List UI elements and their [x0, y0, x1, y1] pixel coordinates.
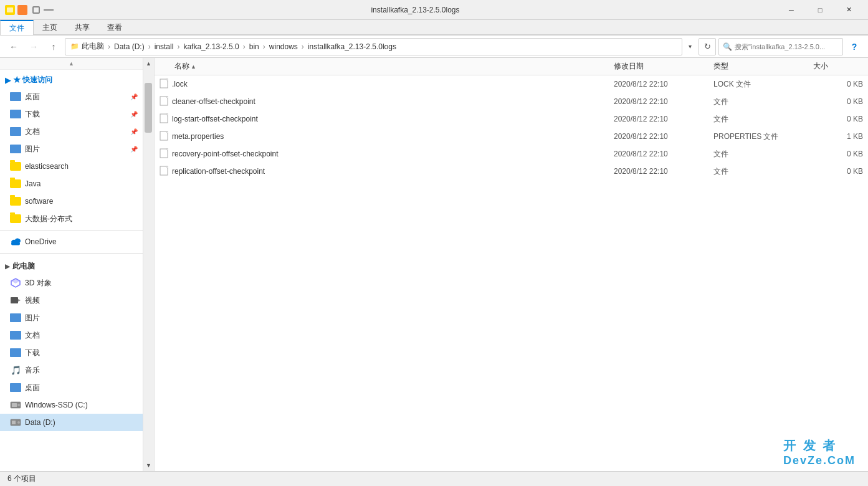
- minimize-button[interactable]: ─: [777, 0, 806, 20]
- sidebar-item-java[interactable]: Java: [0, 175, 143, 193]
- svg-marker-4: [18, 299, 21, 302]
- col-header-type[interactable]: 类型: [713, 61, 813, 72]
- breadcrumb-d[interactable]: Data (D:): [114, 42, 145, 51]
- file-row-replication[interactable]: replication-offset-checkpoint 2020/8/12 …: [155, 163, 868, 180]
- svg-rect-21: [160, 166, 168, 175]
- close-button[interactable]: ✕: [834, 0, 863, 20]
- refresh-button[interactable]: ↻: [699, 38, 716, 55]
- scroll-up-indicator[interactable]: ▲: [0, 58, 143, 70]
- svg-marker-2: [11, 279, 20, 284]
- file-row-recovery[interactable]: recovery-point-offset-checkpoint 2020/8/…: [155, 145, 868, 163]
- sidebar-divider-1: [0, 230, 143, 231]
- status-bar: 6 个项目: [0, 471, 868, 486]
- breadcrumb-install[interactable]: install: [155, 42, 174, 51]
- sidebar-item-elasticsearch[interactable]: elasticsearch: [0, 158, 143, 175]
- download-icon: [10, 108, 21, 120]
- sidebar-item-pics[interactable]: 图片 📌: [0, 140, 143, 158]
- maximize-button[interactable]: □: [806, 0, 834, 20]
- breadcrumb-logs[interactable]: installkafka_2.13-2.5.0logs: [308, 42, 396, 51]
- address-folder-icon: 📁: [70, 42, 79, 50]
- search-box[interactable]: 🔍: [718, 38, 843, 55]
- file-icon-cleaner: [160, 96, 168, 108]
- sidebar-item-bigdata[interactable]: 大数据-分布式: [0, 210, 143, 227]
- breadcrumb-windows[interactable]: windows: [269, 42, 298, 51]
- col-header-date[interactable]: 修改日期: [614, 61, 713, 72]
- svg-rect-3: [11, 297, 18, 303]
- computer-section: ▶ 此电脑: [0, 256, 143, 274]
- desktop2-icon: [10, 382, 21, 393]
- sidebar-item-onedrive[interactable]: OneDrive: [0, 233, 143, 250]
- item-count: 6 个项目: [7, 474, 36, 484]
- main-content: ▲ ▶ ★ 快速访问 桌面 📌 下载 📌 文档 📌 图片 📌: [0, 58, 868, 471]
- tab-share[interactable]: 共享: [66, 20, 98, 35]
- pin-icon[interactable]: 📌: [130, 93, 138, 100]
- tab-file[interactable]: 文件: [0, 20, 34, 35]
- sidebar-item-docs2[interactable]: 文档: [0, 326, 143, 344]
- sidebar-item-desktop[interactable]: 桌面 📌: [0, 88, 143, 105]
- sidebar-item-pics2[interactable]: 图片: [0, 309, 143, 326]
- sidebar-item-windows-ssd[interactable]: Windows-SSD (C:): [0, 396, 143, 414]
- onedrive-icon: [10, 236, 21, 247]
- docs2-icon: [10, 330, 21, 341]
- nav-bar: ← → ↑ 📁 此电脑 › Data (D:) › install › kafk…: [0, 36, 868, 58]
- window-title: installkafka_2.13-2.5.0logs: [54, 6, 777, 14]
- app-icon3: [32, 6, 40, 14]
- svg-rect-9: [12, 421, 16, 424]
- sidebar: ▲ ▶ ★ 快速访问 桌面 📌 下载 📌 文档 📌 图片 📌: [0, 58, 143, 471]
- up-button[interactable]: ↑: [45, 38, 62, 55]
- sidebar-item-3d[interactable]: 3D 对象: [0, 274, 143, 292]
- file-row-log-start[interactable]: log-start-offset-checkpoint 2020/8/12 22…: [155, 110, 868, 128]
- file-row-lock[interactable]: .lock 2020/8/12 22:10 LOCK 文件 0 KB: [155, 75, 868, 93]
- file-row-meta[interactable]: meta.properties 2020/8/12 22:10 PROPERTI…: [155, 128, 868, 145]
- svg-rect-6: [12, 403, 17, 407]
- sidebar-item-software[interactable]: software: [0, 193, 143, 210]
- video-icon: [10, 295, 21, 306]
- tab-home[interactable]: 主页: [34, 20, 66, 35]
- sidebar-item-desktop2[interactable]: 桌面: [0, 379, 143, 396]
- search-input[interactable]: [735, 43, 839, 50]
- ssd-icon: [10, 399, 21, 411]
- elasticsearch-folder-icon: [10, 161, 21, 172]
- file-row-cleaner[interactable]: cleaner-offset-checkpoint 2020/8/12 22:1…: [155, 93, 868, 110]
- scroll-track: [145, 69, 153, 460]
- breadcrumb-kafka[interactable]: kafka_2.13-2.5.0: [183, 42, 239, 51]
- quick-access-section: ▶ ★ 快速访问: [0, 70, 143, 88]
- java-folder-icon: [10, 178, 21, 189]
- file-icon-lock: [160, 79, 168, 90]
- scroll-down-button[interactable]: ▼: [143, 460, 155, 471]
- breadcrumb-computer[interactable]: 此电脑: [82, 41, 104, 52]
- sidebar-item-docs[interactable]: 文档 📌: [0, 123, 143, 140]
- pin-icon-pics[interactable]: 📌: [130, 146, 138, 153]
- svg-point-7: [17, 404, 20, 406]
- forward-button[interactable]: →: [25, 38, 42, 55]
- back-button[interactable]: ←: [5, 38, 22, 55]
- help-button[interactable]: ?: [846, 38, 863, 55]
- tab-view[interactable]: 查看: [98, 20, 131, 35]
- app-icon: [5, 5, 15, 15]
- scroll-thumb[interactable]: [145, 83, 152, 133]
- file-icon-meta: [160, 131, 168, 143]
- scroll-up-button[interactable]: ▲: [143, 58, 155, 69]
- window-controls: ─ □ ✕: [777, 0, 863, 20]
- pin-icon-docs[interactable]: 📌: [130, 128, 138, 135]
- title-bar: installkafka_2.13-2.5.0logs ─ □ ✕: [0, 0, 868, 20]
- col-header-size[interactable]: 大小: [813, 61, 863, 72]
- file-icon-recovery: [160, 148, 168, 160]
- sidebar-item-music[interactable]: 🎵 音乐: [0, 361, 143, 379]
- docs-icon: [10, 126, 21, 137]
- address-dropdown-button[interactable]: ▾: [685, 38, 695, 55]
- svg-rect-15: [160, 114, 168, 123]
- sidebar-item-download[interactable]: 下载 📌: [0, 105, 143, 123]
- pin-icon-download[interactable]: 📌: [130, 111, 138, 118]
- col-header-name[interactable]: 名称 ▲: [160, 61, 614, 72]
- file-list: .lock 2020/8/12 22:10 LOCK 文件 0 KB clean…: [155, 75, 868, 471]
- quick-access-bar: [44, 9, 54, 11]
- svg-rect-11: [160, 79, 168, 88]
- sidebar-item-data-d[interactable]: Data (D:): [0, 414, 143, 431]
- sidebar-item-video[interactable]: 视频: [0, 292, 143, 309]
- svg-rect-0: [11, 242, 20, 245]
- sidebar-item-download2[interactable]: 下载: [0, 344, 143, 361]
- breadcrumb-bin[interactable]: bin: [249, 42, 259, 51]
- sidebar-scrollbar[interactable]: ▲ ▼: [143, 58, 155, 471]
- file-icon-logstart: [160, 113, 168, 125]
